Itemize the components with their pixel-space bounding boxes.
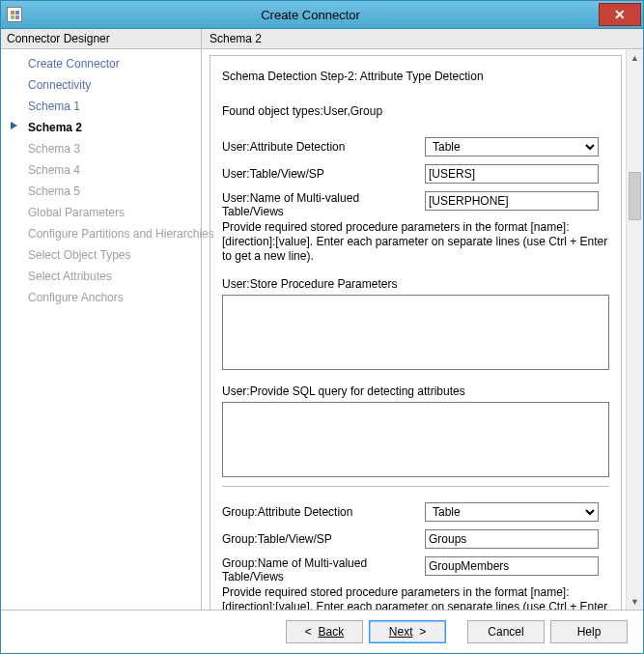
select-group-attr-detection[interactable]: Table <box>425 502 599 522</box>
textarea-user-sp-params[interactable] <box>222 295 609 370</box>
label-group-table: Group:Table/View/SP <box>222 532 425 546</box>
cancel-button[interactable]: Cancel <box>467 620 545 643</box>
close-button[interactable]: ✕ <box>599 3 641 26</box>
help-button[interactable]: Help <box>550 620 628 643</box>
row-user-table: User:Table/View/SP <box>222 164 609 184</box>
input-user-table[interactable] <box>425 164 599 184</box>
vertical-scrollbar[interactable]: ▲ ▼ <box>626 49 643 610</box>
wizard-footer: < Back Next > Cancel Help <box>1 610 643 653</box>
scroll-up-arrow-icon[interactable]: ▲ <box>627 49 643 66</box>
wizard-sidebar: Create Connector Connectivity Schema 1 S… <box>1 49 202 610</box>
nav-schema-5: Schema 5 <box>1 181 201 202</box>
label-user-attr-detection: User:Attribute Detection <box>222 140 425 154</box>
nav-connectivity[interactable]: Connectivity <box>1 74 201 96</box>
found-object-types: Found object types:User,Group <box>222 104 609 118</box>
next-button[interactable]: Next > <box>369 620 446 643</box>
title-bar: Create Connector ✕ <box>1 1 643 29</box>
close-icon: ✕ <box>614 8 626 21</box>
label-user-multi: User:Name of Multi-valued Table/Views <box>222 191 425 218</box>
dialog-body: Create Connector Connectivity Schema 1 S… <box>1 49 643 610</box>
label-group-multi: Group:Name of Multi-valued Table/Views <box>222 556 425 583</box>
hint-group-sp: Provide required stored procedure parame… <box>222 585 609 610</box>
row-user-attr-detection: User:Attribute Detection Table <box>222 137 609 156</box>
label-group-attr-detection: Group:Attribute Detection <box>222 505 425 519</box>
label-user-sp-params: User:Store Procedure Parameters <box>222 277 609 291</box>
scroll-thumb[interactable] <box>629 172 641 220</box>
schema-panel: Schema Detection Step-2: Attribute Type … <box>210 55 622 610</box>
nav-configure-anchors: Configure Anchors <box>1 287 201 308</box>
row-group-multi: Group:Name of Multi-valued Table/Views <box>222 556 609 583</box>
step-title: Schema Detection Step-2: Attribute Type … <box>222 70 609 83</box>
window-title: Create Connector <box>22 8 599 22</box>
nav-schema-2[interactable]: Schema 2 <box>1 117 201 138</box>
nav-create-connector[interactable]: Create Connector <box>1 53 201 74</box>
row-group-attr-detection: Group:Attribute Detection Table <box>222 502 609 522</box>
dialog-window: Create Connector ✕ Connector Designer Sc… <box>0 0 644 654</box>
label-user-table: User:Table/View/SP <box>222 167 425 181</box>
scroll-down-arrow-icon[interactable]: ▼ <box>627 593 643 610</box>
sidebar-header: Connector Designer <box>1 29 202 48</box>
input-group-multi[interactable] <box>425 556 599 576</box>
nav-select-attributes: Select Attributes <box>1 266 201 287</box>
scroll-track[interactable] <box>627 66 643 593</box>
nav-schema-4: Schema 4 <box>1 159 201 181</box>
row-user-multi: User:Name of Multi-valued Table/Views <box>222 191 609 218</box>
select-user-attr-detection[interactable]: Table <box>425 137 599 156</box>
label-user-sql: User:Provide SQL query for detecting att… <box>222 384 609 398</box>
group-block: Group:Attribute Detection Table Group:Ta… <box>222 486 609 610</box>
nav-schema-3: Schema 3 <box>1 138 201 159</box>
nav-configure-partitions: Configure Partitions and Hierarchies <box>1 223 201 244</box>
textarea-user-sql[interactable] <box>222 402 609 477</box>
column-headers: Connector Designer Schema 2 <box>1 29 643 49</box>
nav-global-parameters: Global Parameters <box>1 202 201 223</box>
content-scroll: Schema Detection Step-2: Attribute Type … <box>202 49 626 610</box>
input-user-multi[interactable] <box>425 191 599 211</box>
content-header: Schema 2 <box>202 29 643 48</box>
app-icon <box>7 7 22 22</box>
nav-schema-1[interactable]: Schema 1 <box>1 96 201 117</box>
hint-user-sp: Provide required stored procedure parame… <box>222 220 609 264</box>
content-wrap: Schema Detection Step-2: Attribute Type … <box>202 49 643 610</box>
row-group-table: Group:Table/View/SP <box>222 529 609 549</box>
input-group-table[interactable] <box>425 529 599 549</box>
nav-select-object-types: Select Object Types <box>1 244 201 266</box>
back-button[interactable]: < Back <box>286 620 363 643</box>
